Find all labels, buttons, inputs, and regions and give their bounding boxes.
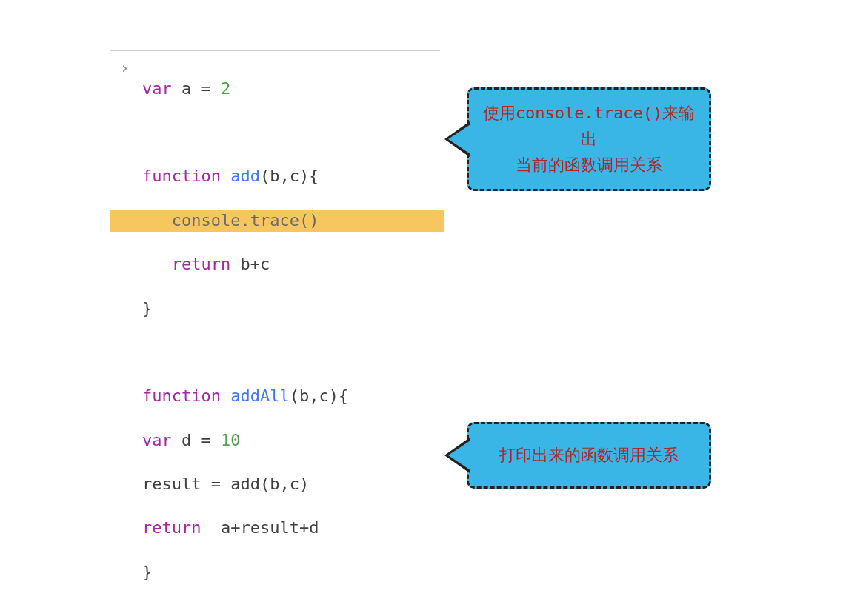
num-literal: 2: [221, 79, 230, 98]
kw-function: function: [142, 386, 221, 405]
kw-return: return: [142, 518, 201, 537]
num-literal: 10: [221, 431, 241, 449]
code-text: b+c: [230, 255, 270, 273]
devtools-console: var a = 2 function add(b,c){ console.tra…: [110, 50, 440, 616]
kw-var: var: [142, 79, 172, 98]
callout-text-line: 当前的函数调用关系: [482, 152, 696, 178]
brace-close: }: [142, 299, 152, 318]
console-input-row: var a = 2 function add(b,c){ console.tra…: [110, 50, 440, 616]
kw-var: var: [142, 431, 172, 449]
kw-return: return: [142, 255, 230, 273]
trace-call: console.trace(): [142, 211, 319, 230]
callout-text-line: 打印出来的函数调用关系: [499, 442, 679, 468]
annotation-callout-trace-output: 打印出来的函数调用关系: [467, 422, 711, 489]
code-text: a+result+d: [201, 518, 319, 537]
fn-name: add: [221, 167, 260, 185]
fn-sig: (b,c){: [260, 167, 319, 185]
callout-arrow-icon: [448, 124, 470, 154]
callout-text-line: 使用console.trace()来输出: [482, 100, 696, 152]
callout-arrow-icon: [448, 441, 470, 470]
fn-sig: (b,c){: [290, 386, 348, 405]
code-block[interactable]: var a = 2 function add(b,c){ console.tra…: [139, 56, 440, 616]
kw-function: function: [142, 167, 221, 185]
stage: var a = 2 function add(b,c){ console.tra…: [0, 0, 846, 616]
code-text: a =: [172, 79, 221, 98]
brace-close: }: [142, 563, 152, 581]
code-text: result = add(b,c): [142, 475, 309, 493]
code-text: d =: [172, 431, 221, 449]
fn-name: addAll: [221, 386, 290, 405]
input-prompt-icon: [110, 56, 139, 79]
annotation-callout-trace-explain: 使用console.trace()来输出 当前的函数调用关系: [467, 87, 711, 191]
highlighted-trace-line: console.trace(): [110, 210, 444, 232]
